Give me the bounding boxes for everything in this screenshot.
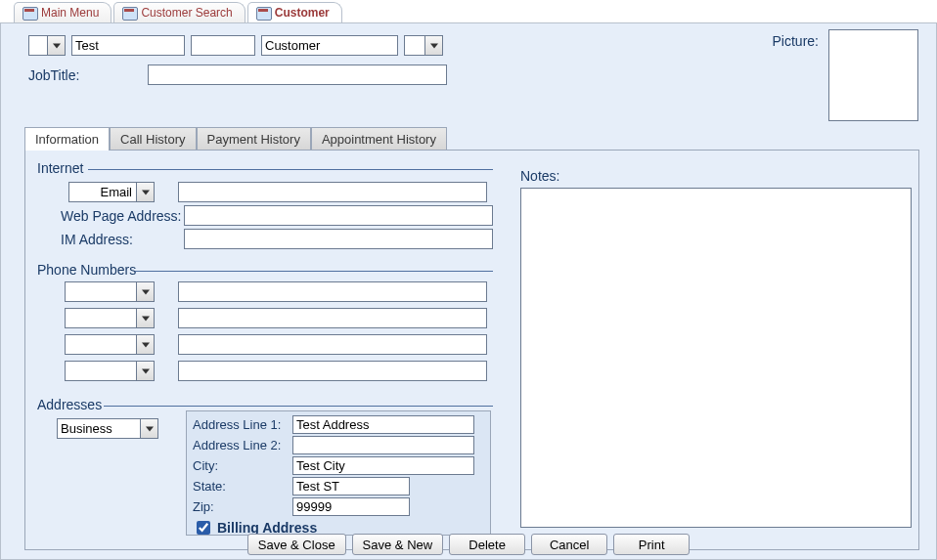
city-row: City: [193, 456, 484, 475]
form-icon [22, 7, 36, 19]
phone-row [65, 361, 487, 381]
phone-type-input[interactable] [65, 361, 137, 381]
address-line1-row: Address Line 1: [193, 415, 484, 434]
group-title-internet: Internet [33, 160, 87, 176]
prefix-combo[interactable] [28, 35, 66, 56]
email-type-combo[interactable] [68, 182, 155, 202]
save-new-button[interactable]: Save & New [352, 534, 444, 555]
form-icon [122, 7, 136, 19]
phone-type-input[interactable] [65, 281, 137, 302]
address-line2-input[interactable] [292, 436, 474, 454]
group-title-addresses: Addresses [33, 397, 106, 412]
subtab-payment-history[interactable]: Payment History [197, 127, 311, 151]
state-label: State: [193, 479, 289, 494]
suffix-input[interactable] [404, 35, 425, 56]
city-label: City: [193, 458, 289, 473]
subtab-appointment-history[interactable]: Appointment History [311, 127, 447, 151]
nav-tab-main-menu[interactable]: Main Menu [14, 2, 112, 22]
phone-row [65, 308, 487, 328]
subtab-information[interactable]: Information [24, 127, 110, 151]
im-label: IM Address: [61, 232, 184, 247]
delete-button[interactable]: Delete [449, 534, 525, 555]
phone-row [65, 281, 487, 302]
address-line2-label: Address Line 2: [193, 438, 289, 452]
address-line2-row: Address Line 2: [193, 436, 484, 454]
picture-label: Picture: [773, 33, 819, 49]
dropdown-button[interactable] [137, 361, 155, 381]
dropdown-button[interactable] [137, 334, 155, 355]
address-type-combo[interactable] [57, 418, 158, 439]
nav-tab-label: Customer Search [141, 6, 232, 20]
dropdown-button[interactable] [48, 35, 66, 56]
webpage-label: Web Page Address: [61, 208, 184, 224]
email-input[interactable] [178, 182, 487, 202]
state-input[interactable] [292, 477, 410, 495]
dropdown-button[interactable] [425, 35, 443, 56]
customer-form-window: Main Menu Customer Search Customer [0, 0, 937, 560]
email-row [68, 182, 487, 202]
email-type-input[interactable] [68, 182, 137, 202]
address-line1-label: Address Line 1: [193, 417, 289, 432]
prefix-input[interactable] [28, 35, 48, 56]
im-input[interactable] [184, 229, 493, 249]
address-type-input[interactable] [57, 418, 141, 439]
phone-type-combo[interactable] [65, 308, 155, 328]
state-row: State: [193, 477, 484, 495]
phone-type-input[interactable] [65, 308, 137, 328]
group-rule [135, 271, 493, 272]
dropdown-button[interactable] [137, 281, 155, 302]
webpage-row: Web Page Address: [61, 205, 493, 226]
billing-checkbox[interactable] [197, 521, 210, 535]
print-button[interactable]: Print [613, 534, 690, 555]
notes-label: Notes: [520, 168, 559, 184]
city-input[interactable] [292, 456, 474, 475]
im-row: IM Address: [61, 229, 493, 249]
dropdown-button[interactable] [141, 418, 158, 439]
form-icon [256, 7, 270, 19]
group-rule [88, 169, 493, 170]
address-line1-input[interactable] [292, 415, 474, 434]
cancel-button[interactable]: Cancel [531, 534, 607, 555]
save-close-button[interactable]: Save & Close [247, 534, 346, 555]
phone-type-combo[interactable] [65, 281, 155, 302]
address-type-row [57, 418, 158, 439]
nav-tab-strip: Main Menu Customer Search Customer [0, 0, 937, 23]
zip-row: Zip: [193, 497, 484, 516]
nav-tab-customer-search[interactable]: Customer Search [113, 2, 245, 22]
nav-tab-label: Main Menu [41, 6, 99, 20]
name-row [28, 35, 443, 56]
last-name-input[interactable] [261, 35, 398, 56]
address-box: Address Line 1: Address Line 2: City: St… [186, 410, 491, 536]
nav-tab-label: Customer [275, 6, 330, 20]
phone-number-input[interactable] [178, 308, 487, 328]
jobtitle-label: JobTitle: [28, 67, 79, 83]
jobtitle-row: JobTitle: [28, 65, 447, 85]
suffix-combo[interactable] [404, 35, 443, 56]
group-title-phones: Phone Numbers [33, 262, 140, 278]
zip-label: Zip: [193, 499, 289, 514]
phone-number-input[interactable] [178, 281, 487, 302]
zip-input[interactable] [292, 497, 410, 516]
dropdown-button[interactable] [137, 182, 155, 202]
form-panel: JobTitle: Picture: Information Call Hist… [0, 23, 937, 560]
phone-type-combo[interactable] [65, 361, 155, 381]
notes-textarea[interactable] [520, 188, 912, 528]
information-body: Internet Web Page Address: IM Address: [25, 151, 918, 549]
webpage-input[interactable] [184, 205, 493, 226]
phone-number-input[interactable] [178, 361, 487, 381]
phone-number-input[interactable] [178, 334, 487, 355]
subtab-strip: Information Call History Payment History… [24, 127, 447, 151]
group-rule [104, 406, 493, 407]
middle-name-input[interactable] [191, 35, 255, 56]
phone-type-combo[interactable] [65, 334, 155, 355]
first-name-input[interactable] [71, 35, 185, 56]
button-bar: Save & Close Save & New Delete Cancel Pr… [1, 534, 936, 555]
picture-box[interactable] [828, 29, 918, 121]
subtab-call-history[interactable]: Call History [110, 127, 196, 151]
dropdown-button[interactable] [137, 308, 155, 328]
phones-list [65, 281, 487, 381]
nav-tab-customer[interactable]: Customer [247, 2, 342, 22]
jobtitle-input[interactable] [148, 65, 447, 85]
subtab-page: Internet Web Page Address: IM Address: [24, 150, 919, 550]
phone-type-input[interactable] [65, 334, 137, 355]
